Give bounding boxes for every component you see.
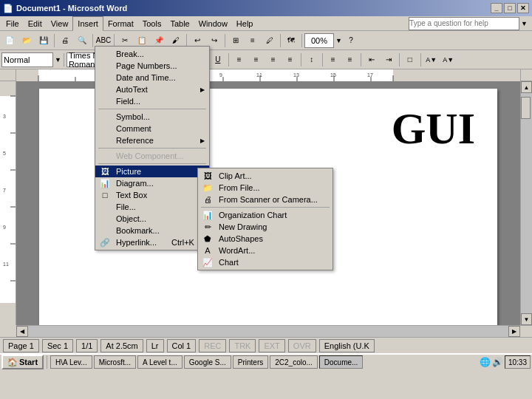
font-color[interactable]: A▼ <box>440 52 457 68</box>
menu-picture[interactable]: 🖼 Picture <box>95 166 209 177</box>
rec-indicator: REC <box>199 339 226 352</box>
highlight[interactable]: A▼ <box>423 52 440 68</box>
wordart-icon: A <box>201 245 214 256</box>
at-indicator: At 2.5cm <box>100 339 143 352</box>
sep-f1 <box>64 53 64 66</box>
scroll-left-button[interactable]: ◀ <box>16 326 28 337</box>
toolbar-standard: 📄 📂 💾 🖨 🔍 ABC ✂ 📋 📌 🖌 ↩ ↪ ⊞ ≡ 🖊 🗺 00% ▼ … <box>0 31 532 50</box>
menu-sep-1 <box>98 109 206 109</box>
style-arrow[interactable]: ▼ <box>55 56 61 64</box>
menu-table[interactable]: Table <box>166 16 194 31</box>
zoom-arrow[interactable]: ▼ <box>335 37 342 44</box>
new-button[interactable]: 📄 <box>1 33 18 49</box>
line-spacing[interactable]: ↕ <box>304 52 320 68</box>
outside-border[interactable]: □ <box>402 52 418 68</box>
zoom-value[interactable]: 00% <box>304 33 334 48</box>
open-button[interactable]: 📂 <box>18 33 35 49</box>
taskbar-item-0[interactable]: H\A Lev... <box>50 355 92 369</box>
help-search-input[interactable] <box>409 17 519 30</box>
help-arrow: ▼ <box>521 20 528 27</box>
doc-map[interactable]: 🗺 <box>283 33 299 49</box>
menu-textbox[interactable]: □ Text Box <box>95 189 209 201</box>
align-center[interactable]: ≡ <box>248 52 265 68</box>
menu-file[interactable]: File <box>1 16 24 31</box>
numbering[interactable]: ≡ <box>342 52 358 68</box>
close-button[interactable]: ✕ <box>517 3 529 13</box>
taskbar-item-6[interactable]: Docume... <box>319 355 364 369</box>
menu-object[interactable]: Object... <box>95 213 209 225</box>
sep-f3 <box>228 53 229 66</box>
scroll-right-button[interactable]: ▶ <box>508 326 520 337</box>
ruler-corner <box>0 69 16 81</box>
sep7 <box>301 34 302 47</box>
underline-button[interactable]: U <box>210 52 226 68</box>
start-button[interactable]: 🏠 Start <box>1 355 44 369</box>
menu-help[interactable]: Help <box>232 16 258 31</box>
insert-table[interactable]: ⊞ <box>228 33 244 49</box>
menu-page-numbers[interactable]: Page Numbers... <box>95 60 209 72</box>
scroll-down-button[interactable]: ▼ <box>521 313 532 325</box>
menu-edit[interactable]: Edit <box>24 16 47 31</box>
menu-new-drawing[interactable]: ✏ New Drawing <box>198 221 332 233</box>
increase-indent[interactable]: ⇥ <box>381 52 397 68</box>
taskbar-item-4[interactable]: Printers <box>233 355 268 369</box>
menu-web-component: Web Component... <box>95 150 209 162</box>
taskbar-item-5[interactable]: 2C2_colo... <box>270 355 318 369</box>
justify[interactable]: ≡ <box>282 52 299 68</box>
menu-autoshapes[interactable]: ⬟ AutoShapes <box>198 233 332 245</box>
menu-comment[interactable]: Comment <box>95 123 209 134</box>
menu-autotext[interactable]: AutoText <box>95 83 209 95</box>
decrease-indent[interactable]: ⇤ <box>364 52 380 68</box>
scroll-track-h[interactable] <box>28 326 508 337</box>
window-title: Document1 - Microsoft Word <box>16 4 127 13</box>
menu-hyperlink[interactable]: 🔗 Hyperlink... Ctrl+K <box>95 236 209 248</box>
sec-indicator: Sec 1 <box>42 339 73 352</box>
style-box[interactable]: Normal <box>1 52 53 67</box>
taskbar-item-2[interactable]: A Level t... <box>137 355 183 369</box>
scroll-track-v[interactable] <box>521 93 532 313</box>
menu-insert[interactable]: Insert <box>72 16 103 31</box>
svg-text:11: 11 <box>256 72 262 78</box>
taskbar-item-3[interactable]: Google S... <box>184 355 231 369</box>
taskbar-item-1[interactable]: Microsft... <box>94 355 136 369</box>
print-preview-button[interactable]: 🔍 <box>74 33 90 49</box>
title-bar-left: 📄 Document1 - Microsoft Word <box>3 4 127 13</box>
menu-chart[interactable]: 📈 Chart <box>198 256 332 268</box>
taskbar-sep <box>47 355 47 369</box>
menu-clip-art[interactable]: 🖼 Clip Art... <box>198 170 332 182</box>
help-icon[interactable]: ? <box>343 33 359 49</box>
restore-button[interactable]: □ <box>504 3 516 13</box>
align-left[interactable]: ≡ <box>231 52 248 68</box>
menu-window[interactable]: Window <box>194 16 232 31</box>
page-indicator: Page 1 <box>3 339 39 352</box>
bullets[interactable]: ≡ <box>325 52 341 68</box>
menu-file[interactable]: File... <box>95 201 209 213</box>
menu-symbol[interactable]: Symbol... <box>95 111 209 123</box>
menu-wordart[interactable]: A WordArt... <box>198 245 332 256</box>
svg-text:7: 7 <box>3 188 6 193</box>
menu-view[interactable]: View <box>47 16 73 31</box>
align-right[interactable]: ≡ <box>265 52 282 68</box>
menu-date-time[interactable]: Date and Time... <box>95 72 209 83</box>
menu-format[interactable]: Format <box>103 16 138 31</box>
menu-tools[interactable]: Tools <box>138 16 166 31</box>
scroll-up-button[interactable]: ▲ <box>521 81 532 93</box>
help-search: ▼ <box>257 17 531 30</box>
scroll-thumb-v[interactable] <box>521 97 531 119</box>
menu-bookmark[interactable]: Bookmark... <box>95 225 209 236</box>
menu-from-scanner[interactable]: 🖨 From Scanner or Camera... <box>198 194 332 205</box>
autoshapes-icon: ⬟ <box>201 233 214 245</box>
menu-field[interactable]: Field... <box>95 95 209 107</box>
minimize-button[interactable]: _ <box>491 3 502 13</box>
menu-diagram[interactable]: 📊 Diagram... <box>95 177 209 189</box>
save-button[interactable]: 💾 <box>35 33 52 49</box>
drawing-button[interactable]: 🖊 <box>262 33 278 49</box>
windows-icon: 🏠 <box>7 358 18 367</box>
insert-menu: Break... Page Numbers... Date and Time..… <box>95 46 210 250</box>
menu-break[interactable]: Break... <box>95 48 209 60</box>
menu-reference[interactable]: Reference <box>95 134 209 146</box>
print-button[interactable]: 🖨 <box>57 33 73 49</box>
menu-from-file[interactable]: 📁 From File... <box>198 182 332 194</box>
columns-button[interactable]: ≡ <box>245 33 261 49</box>
menu-org-chart[interactable]: 📊 Organization Chart <box>198 209 332 221</box>
